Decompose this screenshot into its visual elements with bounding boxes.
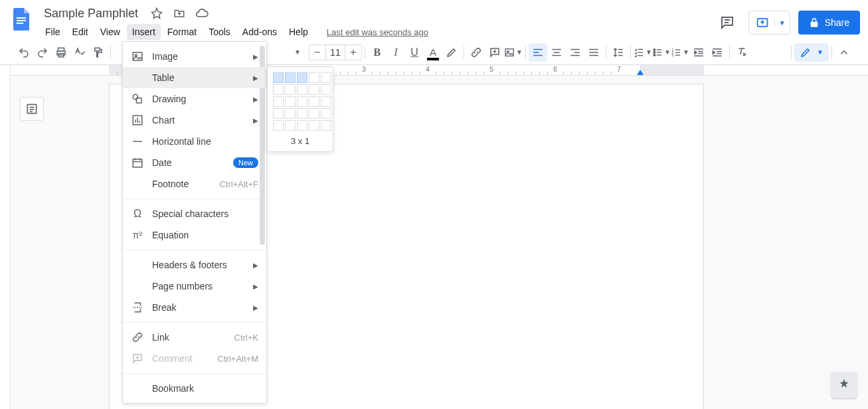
table-grid-cell[interactable] [321,84,331,95]
menuitem-footnote[interactable]: • Footnote Ctrl+Alt+F [123,173,266,195]
menuitem-break[interactable]: Break ▶ [123,297,266,318]
menu-file[interactable]: File [40,24,66,40]
font-size-input[interactable] [325,45,345,60]
star-icon[interactable] [150,7,163,20]
line-spacing-button[interactable] [609,43,628,62]
table-grid-cell[interactable] [285,84,296,95]
table-grid-cell[interactable] [297,96,307,107]
menuitem-chart[interactable]: Chart ▶ [123,110,266,131]
menu-addons[interactable]: Add-ons [237,24,282,40]
font-size-increase[interactable]: + [345,46,361,58]
collapse-toolbar-button[interactable] [835,43,853,62]
share-label: Share [825,17,849,28]
menu-view[interactable]: View [95,24,126,40]
table-grid-cell[interactable] [297,120,307,131]
table-size-grid[interactable] [273,72,327,131]
editing-mode-button[interactable]: ▼ [794,43,829,62]
spellcheck-button[interactable] [70,43,89,62]
menuitem-date[interactable]: Date New [123,152,266,173]
menu-edit[interactable]: Edit [67,24,94,40]
menu-insert[interactable]: Insert [127,24,161,40]
table-grid-cell[interactable] [309,108,319,119]
ruler-number: 3 [362,66,366,73]
highlight-color-button[interactable] [442,43,461,62]
add-comment-button[interactable] [485,43,504,62]
align-left-button[interactable] [529,43,547,62]
menu-format[interactable]: Format [162,24,202,40]
menuitem-bookmark[interactable]: • Bookmark [123,378,266,399]
menuitem-page-numbers[interactable]: • Page numbers ▶ [123,276,266,297]
menuitem-horizontal-line[interactable]: Horizontal line [123,131,266,152]
menuitem-image[interactable]: Image ▶ [123,46,266,67]
shortcut-label: Ctrl+K [234,333,258,343]
table-grid-cell[interactable] [321,72,331,83]
increase-indent-button[interactable] [708,43,727,62]
font-size-control: − + [309,44,362,60]
text-color-button[interactable]: A [424,43,442,62]
table-grid-cell[interactable] [321,120,331,131]
table-grid-cell[interactable] [297,108,307,119]
menuitem-link[interactable]: Link Ctrl+K [123,327,266,348]
align-right-button[interactable] [566,43,584,62]
ruler-number: 5 [489,66,493,73]
cloud-status-icon[interactable] [195,7,209,20]
table-grid-cell[interactable] [273,84,284,95]
table-grid-cell[interactable] [309,84,319,95]
insert-image-button[interactable]: ▼ [504,43,523,62]
menuitem-table[interactable]: • Table ▶ [123,67,266,88]
explore-button[interactable] [831,372,857,398]
table-grid-cell[interactable] [285,96,296,107]
ruler-number: 7 [617,66,621,73]
share-button[interactable]: Share [798,11,860,35]
table-grid-cell[interactable] [321,96,331,107]
table-grid-cell[interactable] [273,120,284,131]
checklist-button[interactable]: ▼ [634,43,652,62]
insert-link-button[interactable] [467,43,485,62]
last-edit-link[interactable]: Last edit was seconds ago [327,27,428,37]
paint-format-button[interactable] [89,43,108,62]
present-dropdown-caret[interactable]: ▼ [774,19,786,27]
document-title[interactable]: Sample Pamphlet [40,5,142,22]
align-justify-button[interactable] [584,43,603,62]
table-grid-cell[interactable] [309,72,319,83]
bold-button[interactable]: B [368,43,387,62]
clear-formatting-button[interactable] [733,43,751,62]
table-grid-cell[interactable] [297,84,307,95]
menuitem-equation[interactable]: π² Equation [123,224,266,246]
table-grid-cell[interactable] [285,72,296,83]
table-grid-cell[interactable] [273,96,284,107]
menu-bar: File Edit View Insert Format Tools Add-o… [40,23,714,41]
menuitem-headers-footers[interactable]: • Headers & footers ▶ [123,254,266,276]
svg-rect-66 [133,159,142,167]
redo-button[interactable] [33,43,52,62]
menu-tools[interactable]: Tools [203,24,236,40]
underline-button[interactable]: U [405,43,424,62]
move-icon[interactable] [173,7,186,20]
comments-history-icon[interactable] [714,9,740,36]
table-grid-cell[interactable] [321,108,331,119]
italic-button[interactable]: I [387,43,405,62]
table-grid-cell[interactable] [273,108,284,119]
table-grid-cell[interactable] [285,120,296,131]
docs-logo[interactable] [8,5,35,32]
print-button[interactable] [52,43,70,62]
styles-dropdown-caret[interactable]: ▼ [294,48,301,56]
numbered-list-button[interactable]: 123▼ [671,43,689,62]
menuitem-special-characters[interactable]: Ω Special characters [123,203,266,224]
decrease-indent-button[interactable] [689,43,708,62]
undo-button[interactable] [15,43,33,62]
table-grid-cell[interactable] [309,96,319,107]
table-grid-cell[interactable] [285,108,296,119]
table-grid-cell[interactable] [297,72,307,83]
calendar-icon [131,156,144,169]
menuitem-drawing[interactable]: Drawing ▶ [123,88,266,110]
font-size-decrease[interactable]: − [309,46,325,58]
align-center-button[interactable] [547,43,566,62]
shortcut-label: Ctrl+Alt+M [218,354,258,364]
bulleted-list-button[interactable]: ▼ [652,43,671,62]
present-button[interactable]: ▼ [748,11,790,35]
table-grid-cell[interactable] [273,72,284,83]
menuitem-comment: Comment Ctrl+Alt+M [123,348,266,369]
table-grid-cell[interactable] [309,120,319,131]
menu-help[interactable]: Help [284,24,313,40]
